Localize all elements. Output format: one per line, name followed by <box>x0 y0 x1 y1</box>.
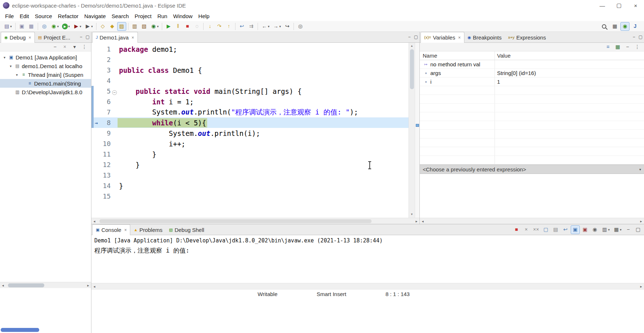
open-type-button[interactable]: ◇ <box>98 22 107 31</box>
close-icon[interactable]: × <box>29 35 31 40</box>
terminate-icon[interactable]: ■ <box>512 225 521 234</box>
scroll-up-icon[interactable]: ▴ <box>411 44 413 48</box>
display-console-icon[interactable]: ▥▾ <box>600 225 611 234</box>
save-all-button[interactable]: ▦ <box>27 22 36 31</box>
scroll-thumb[interactable] <box>99 219 372 223</box>
forward-button[interactable]: →▾ <box>271 22 283 31</box>
code-line-13[interactable]: 13 <box>91 170 409 180</box>
close-icon[interactable]: × <box>124 228 127 233</box>
line-number[interactable]: 7 <box>99 108 111 116</box>
menu-file[interactable]: File <box>2 12 17 20</box>
pin-console-icon[interactable]: ◉ <box>590 225 599 234</box>
window-maximize-button[interactable]: ▢ <box>611 0 627 11</box>
save-button[interactable]: ▣ <box>17 22 26 31</box>
variable-detail-pane[interactable] <box>420 174 644 218</box>
word-wrap-icon[interactable]: ↩ <box>561 225 570 234</box>
dropdown-arrow-icon[interactable]: ▾ <box>80 25 82 28</box>
tab-demo1-java[interactable]: JDemo1.java× <box>92 32 138 43</box>
code-line-12[interactable]: 12 } <box>91 159 409 170</box>
scroll-right-icon[interactable]: ▸ <box>414 219 419 223</box>
maximize-view-button[interactable]: ▢ <box>414 34 418 39</box>
terminate-button[interactable]: ■ <box>183 22 192 31</box>
scroll-right-icon[interactable]: ▸ <box>638 219 644 223</box>
code-line-11[interactable]: 11 } <box>91 149 409 159</box>
window-minimize-button[interactable]: — <box>594 0 611 11</box>
code-line-15[interactable]: 15 <box>91 191 409 201</box>
scroll-lock-icon[interactable]: ▤ <box>551 225 560 234</box>
minimize-view-button[interactable]: − <box>633 34 635 39</box>
mark-occurrences-button[interactable]: ▨ <box>117 22 126 31</box>
suspend-button[interactable]: ‖ <box>173 22 182 31</box>
new-java-project-button[interactable]: ▥ <box>130 22 139 31</box>
minimize-view-button[interactable]: − <box>80 34 82 39</box>
coverage-button[interactable]: ▶▾ <box>72 22 83 31</box>
console-text-area[interactable]: Demo1 [Java Application] D:\Develop\Java… <box>91 235 644 283</box>
menu-refactor[interactable]: Refactor <box>55 12 82 20</box>
step-into-button[interactable]: ↓ <box>205 22 214 31</box>
java-perspective-button[interactable]: J <box>631 22 640 31</box>
maximize-view-button[interactable]: ▢ <box>639 34 643 39</box>
dropdown-arrow-icon[interactable]: ▾ <box>268 25 270 28</box>
column-header-value[interactable]: Value <box>495 51 644 60</box>
run-button[interactable]: ▶▾ <box>61 22 71 31</box>
menu-search[interactable]: Search <box>108 12 132 20</box>
tab-variables[interactable]: (x)=Variables× <box>421 32 464 43</box>
minimize-icon[interactable]: − <box>624 225 633 234</box>
expander-icon[interactable]: ▾ <box>15 73 19 77</box>
tab-problems[interactable]: ▲Problems <box>130 225 165 235</box>
line-number[interactable]: 8 <box>99 119 111 126</box>
scroll-track[interactable] <box>426 218 638 224</box>
minimize-view-button[interactable]: − <box>408 34 411 39</box>
close-icon[interactable]: × <box>132 35 134 40</box>
code-line-8[interactable]: →8 while(i < 5){ <box>91 117 409 128</box>
tab-breakpoints[interactable]: ◉Breakpoints <box>464 33 505 42</box>
show-logical-structures-icon[interactable]: ▦ <box>613 43 622 51</box>
line-number[interactable]: 14 <box>99 182 111 190</box>
menu-edit[interactable]: Edit <box>17 12 32 20</box>
window-close-button[interactable]: × <box>627 0 644 11</box>
editor-vscrollbar[interactable]: ▴ ▾ <box>409 43 415 218</box>
view-menu-icon[interactable]: ⋮ <box>633 43 642 51</box>
step-over-button[interactable]: ↷ <box>215 22 224 31</box>
tree-item-demo1-main-string[interactable]: ≡Demo1.main(String <box>0 79 91 88</box>
step-return-button[interactable]: ↑ <box>224 22 233 31</box>
tab-expressions[interactable]: x+yExpressions <box>505 33 549 42</box>
scroll-thumb[interactable] <box>8 283 44 287</box>
maximize-icon[interactable]: ▢ <box>633 225 643 234</box>
scroll-right-icon[interactable]: ▸ <box>85 283 91 287</box>
line-number[interactable]: 13 <box>99 171 111 179</box>
tab-debug-shell[interactable]: ▧Debug Shell <box>166 225 208 235</box>
code-line-14[interactable]: 14} <box>91 180 409 191</box>
line-number[interactable]: 1 <box>99 45 111 53</box>
line-number[interactable]: 5 <box>99 87 111 95</box>
show-type-names-icon[interactable]: ≡ <box>603 43 612 51</box>
scroll-track[interactable] <box>6 282 85 288</box>
dropdown-arrow-icon[interactable]: ▾ <box>279 25 281 28</box>
tree-item-thread-main-suspen[interactable]: ▾≡Thread [main] (Suspen <box>0 70 91 79</box>
back-button[interactable]: ←▾ <box>260 22 271 31</box>
scroll-left-icon[interactable]: ◂ <box>420 219 426 223</box>
external-tools-button[interactable]: ▶▾ <box>83 22 94 31</box>
debug-layout-icon[interactable]: ▾ <box>70 43 79 51</box>
open-perspective-button[interactable]: ▦ <box>610 22 619 31</box>
line-number[interactable]: 2 <box>99 56 111 63</box>
scroll-left-icon[interactable]: ◂ <box>91 219 97 223</box>
scroll-thumb[interactable] <box>410 49 414 89</box>
dropdown-arrow-icon[interactable]: ▾ <box>10 25 12 28</box>
maximize-view-button[interactable]: ▢ <box>86 34 90 39</box>
line-number[interactable]: 9 <box>99 129 111 137</box>
code-line-3[interactable]: 3public class Demo1 { <box>91 65 409 75</box>
close-icon[interactable]: × <box>458 35 461 40</box>
column-header-name[interactable]: Name <box>420 51 495 60</box>
line-number[interactable]: 4 <box>99 77 111 84</box>
search-flashlight-button[interactable]: ◆ <box>108 22 117 31</box>
expander-icon[interactable]: ▾ <box>2 55 7 59</box>
debug-button[interactable]: ◉▾ <box>49 22 61 31</box>
use-step-filters-button[interactable]: ⇉ <box>247 22 256 31</box>
dropdown-arrow-icon[interactable]: ▾ <box>91 25 93 28</box>
dropdown-arrow-icon[interactable]: ▾ <box>608 228 610 232</box>
dropdown-arrow-icon[interactable]: ▾ <box>57 25 59 28</box>
line-number[interactable]: 10 <box>99 140 111 147</box>
scroll-down-icon[interactable]: ▾ <box>411 212 413 217</box>
tree-item-d-develop-java-jdk1-8-0[interactable]: ▥D:\Develop\Java\jdk1.8.0 <box>0 88 91 96</box>
